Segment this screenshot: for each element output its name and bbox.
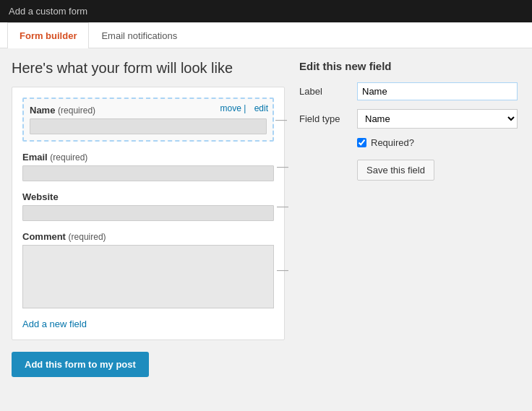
field-actions-name: move | edit: [215, 103, 269, 113]
add-new-field-link[interactable]: Add a new field: [22, 319, 87, 329]
field-label-comment: Comment (required): [22, 231, 274, 242]
form-preview-section: Here's what your form will look like Nam…: [12, 60, 285, 377]
add-form-button[interactable]: Add this form to my post: [12, 352, 149, 377]
field-type-select[interactable]: Name Text Email URL Textarea Checkbox: [357, 109, 518, 129]
field-row-email: Email (required) —: [22, 152, 274, 181]
field-type-row: Field type Name Text Email URL Textarea …: [299, 109, 518, 129]
required-label: Required?: [371, 137, 414, 148]
form-preview-box: Name (required) move | edit — Email (req…: [12, 87, 285, 340]
label-row: Label: [299, 82, 518, 100]
field-type-label: Field type: [299, 113, 357, 124]
move-link[interactable]: move: [220, 103, 241, 113]
top-bar: Add a custom form: [0, 0, 532, 22]
edit-link[interactable]: edit: [254, 103, 268, 113]
comment-textarea-preview: [22, 245, 274, 308]
top-bar-title: Add a custom form: [9, 6, 87, 17]
comment-divider: —: [277, 264, 288, 277]
edit-panel: Edit this new field Label Field type Nam…: [296, 60, 520, 377]
field-row-website: Website —: [22, 191, 274, 221]
tab-email-notifications[interactable]: Email notifications: [89, 22, 189, 48]
required-checkbox[interactable]: [357, 138, 366, 147]
tab-form-builder[interactable]: Form builder: [7, 22, 89, 48]
save-field-btn-container: Save this field: [357, 160, 518, 181]
field-row-name: Name (required) move | edit —: [22, 98, 274, 142]
tab-bar: Form builder Email notifications: [0, 22, 532, 48]
main-content: Here's what your form will look like Nam…: [0, 48, 532, 389]
website-input-preview: [22, 205, 274, 221]
label-label: Label: [299, 86, 357, 97]
add-new-field[interactable]: Add a new field: [22, 319, 274, 329]
field-row-comment: Comment (required) —: [22, 231, 274, 308]
email-divider: —: [277, 160, 288, 173]
save-field-button[interactable]: Save this field: [357, 160, 434, 181]
preview-heading: Here's what your form will look like: [12, 60, 285, 77]
field-label-email: Email (required): [22, 152, 274, 163]
field-label-website: Website: [22, 191, 274, 202]
email-input-preview: [22, 165, 274, 181]
name-input-preview: [30, 118, 267, 134]
label-input[interactable]: [357, 82, 518, 100]
required-row: Required?: [357, 137, 518, 148]
add-form-btn-container: Add this form to my post: [12, 352, 285, 377]
name-divider: —: [275, 113, 287, 126]
edit-panel-title: Edit this new field: [299, 60, 518, 72]
website-divider: —: [277, 200, 288, 213]
